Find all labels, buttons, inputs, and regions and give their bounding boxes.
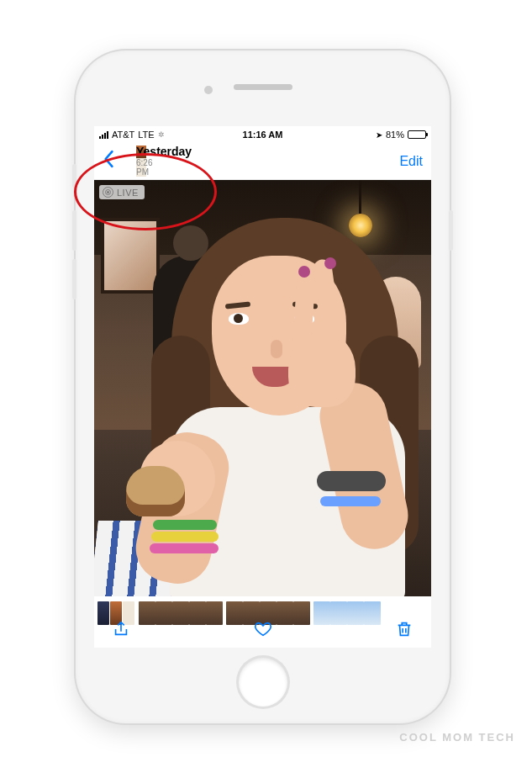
photo-content [94,180,431,596]
bottom-toolbar [94,611,431,648]
nav-title-main: Yesterday [136,146,146,158]
live-photo-icon [103,187,113,198]
battery-percent: 81% [386,130,404,140]
trash-icon [395,620,413,638]
nav-title-sub: 6:26 PM [136,158,146,177]
phone-frame: AT&T LTE ✲ 11:16 AM ➤ 81% Yesterday 6:26… [76,50,450,723]
earpiece-speaker [234,84,292,90]
network-label: LTE [138,130,154,140]
live-photo-badge: LIVE [99,185,145,199]
chevron-left-icon [103,150,114,168]
status-time: 11:16 AM [243,130,283,140]
screen: AT&T LTE ✲ 11:16 AM ➤ 81% Yesterday 6:26… [94,126,431,648]
status-bar: AT&T LTE ✲ 11:16 AM ➤ 81% [94,126,431,143]
carrier-label: AT&T [112,130,134,140]
nav-bar: Yesterday 6:26 PM Edit [94,143,431,180]
mute-switch [72,164,76,188]
volume-up-button [72,210,76,251]
share-icon [112,620,130,638]
photo-viewer[interactable]: LIVE [94,180,431,596]
favorite-button[interactable] [251,617,275,641]
volume-down-button [72,259,76,299]
heart-icon [254,620,272,638]
watermark: COOL MOM TECH [399,731,515,744]
nav-title: Yesterday 6:26 PM [136,146,389,177]
power-button [449,210,453,251]
front-camera [204,86,213,94]
back-button[interactable] [103,148,136,174]
location-icon: ➤ [376,130,382,140]
activity-icon: ✲ [158,130,165,139]
share-button[interactable] [109,617,133,641]
home-button[interactable] [239,658,287,707]
live-photo-label: LIVE [117,188,139,198]
signal-icon [99,130,108,139]
delete-button[interactable] [392,617,416,641]
edit-button[interactable]: Edit [389,154,423,169]
battery-icon [408,130,426,139]
